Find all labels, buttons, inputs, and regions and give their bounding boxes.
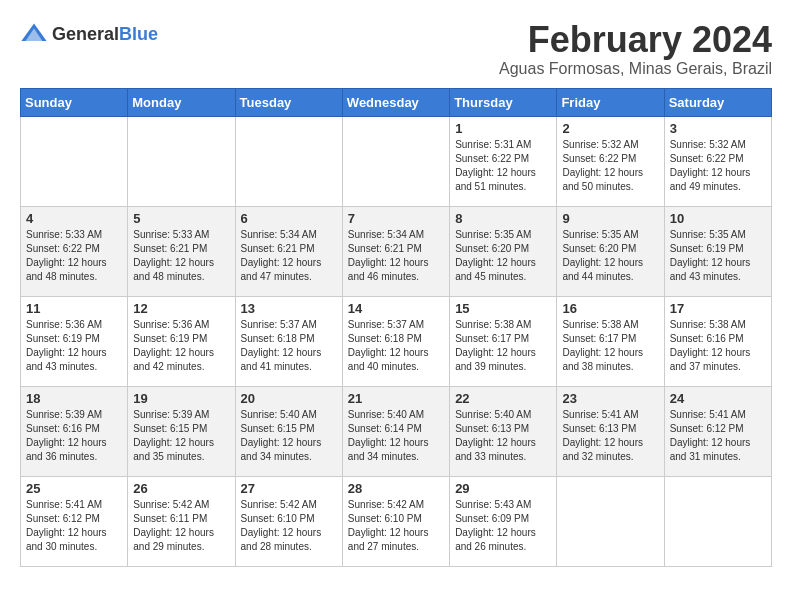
day-number: 19 — [133, 391, 229, 406]
day-info: Sunrise: 5:32 AM Sunset: 6:22 PM Dayligh… — [562, 138, 658, 194]
day-cell: 3Sunrise: 5:32 AM Sunset: 6:22 PM Daylig… — [664, 116, 771, 206]
day-cell: 5Sunrise: 5:33 AM Sunset: 6:21 PM Daylig… — [128, 206, 235, 296]
day-cell: 10Sunrise: 5:35 AM Sunset: 6:19 PM Dayli… — [664, 206, 771, 296]
logo: GeneralBlue — [20, 20, 158, 48]
day-info: Sunrise: 5:41 AM Sunset: 6:13 PM Dayligh… — [562, 408, 658, 464]
day-info: Sunrise: 5:42 AM Sunset: 6:10 PM Dayligh… — [241, 498, 337, 554]
day-number: 1 — [455, 121, 551, 136]
day-cell: 12Sunrise: 5:36 AM Sunset: 6:19 PM Dayli… — [128, 296, 235, 386]
day-info: Sunrise: 5:38 AM Sunset: 6:17 PM Dayligh… — [455, 318, 551, 374]
day-number: 20 — [241, 391, 337, 406]
day-number: 18 — [26, 391, 122, 406]
header-sunday: Sunday — [21, 88, 128, 116]
day-number: 23 — [562, 391, 658, 406]
day-number: 9 — [562, 211, 658, 226]
day-cell: 22Sunrise: 5:40 AM Sunset: 6:13 PM Dayli… — [450, 386, 557, 476]
day-cell: 20Sunrise: 5:40 AM Sunset: 6:15 PM Dayli… — [235, 386, 342, 476]
day-number: 4 — [26, 211, 122, 226]
page-header: GeneralBlue February 2024 Aguas Formosas… — [20, 20, 772, 78]
day-number: 7 — [348, 211, 444, 226]
day-number: 12 — [133, 301, 229, 316]
day-cell: 18Sunrise: 5:39 AM Sunset: 6:16 PM Dayli… — [21, 386, 128, 476]
day-number: 25 — [26, 481, 122, 496]
day-number: 16 — [562, 301, 658, 316]
day-cell: 6Sunrise: 5:34 AM Sunset: 6:21 PM Daylig… — [235, 206, 342, 296]
day-info: Sunrise: 5:35 AM Sunset: 6:19 PM Dayligh… — [670, 228, 766, 284]
week-row-1: 1Sunrise: 5:31 AM Sunset: 6:22 PM Daylig… — [21, 116, 772, 206]
day-info: Sunrise: 5:35 AM Sunset: 6:20 PM Dayligh… — [455, 228, 551, 284]
day-cell: 13Sunrise: 5:37 AM Sunset: 6:18 PM Dayli… — [235, 296, 342, 386]
calendar-title: February 2024 — [499, 20, 772, 60]
logo-icon — [20, 20, 48, 48]
day-cell: 1Sunrise: 5:31 AM Sunset: 6:22 PM Daylig… — [450, 116, 557, 206]
day-cell: 8Sunrise: 5:35 AM Sunset: 6:20 PM Daylig… — [450, 206, 557, 296]
day-number: 28 — [348, 481, 444, 496]
day-number: 10 — [670, 211, 766, 226]
calendar-header-row: SundayMondayTuesdayWednesdayThursdayFrid… — [21, 88, 772, 116]
day-info: Sunrise: 5:42 AM Sunset: 6:10 PM Dayligh… — [348, 498, 444, 554]
title-block: February 2024 Aguas Formosas, Minas Gera… — [499, 20, 772, 78]
day-cell: 29Sunrise: 5:43 AM Sunset: 6:09 PM Dayli… — [450, 476, 557, 566]
day-number: 26 — [133, 481, 229, 496]
day-cell: 2Sunrise: 5:32 AM Sunset: 6:22 PM Daylig… — [557, 116, 664, 206]
day-info: Sunrise: 5:39 AM Sunset: 6:16 PM Dayligh… — [26, 408, 122, 464]
week-row-2: 4Sunrise: 5:33 AM Sunset: 6:22 PM Daylig… — [21, 206, 772, 296]
day-number: 17 — [670, 301, 766, 316]
day-cell: 24Sunrise: 5:41 AM Sunset: 6:12 PM Dayli… — [664, 386, 771, 476]
day-cell: 15Sunrise: 5:38 AM Sunset: 6:17 PM Dayli… — [450, 296, 557, 386]
week-row-5: 25Sunrise: 5:41 AM Sunset: 6:12 PM Dayli… — [21, 476, 772, 566]
day-cell: 19Sunrise: 5:39 AM Sunset: 6:15 PM Dayli… — [128, 386, 235, 476]
day-info: Sunrise: 5:40 AM Sunset: 6:15 PM Dayligh… — [241, 408, 337, 464]
header-saturday: Saturday — [664, 88, 771, 116]
day-info: Sunrise: 5:41 AM Sunset: 6:12 PM Dayligh… — [670, 408, 766, 464]
day-info: Sunrise: 5:34 AM Sunset: 6:21 PM Dayligh… — [348, 228, 444, 284]
day-number: 13 — [241, 301, 337, 316]
day-info: Sunrise: 5:39 AM Sunset: 6:15 PM Dayligh… — [133, 408, 229, 464]
day-info: Sunrise: 5:37 AM Sunset: 6:18 PM Dayligh… — [348, 318, 444, 374]
day-cell: 25Sunrise: 5:41 AM Sunset: 6:12 PM Dayli… — [21, 476, 128, 566]
day-cell — [128, 116, 235, 206]
day-cell: 14Sunrise: 5:37 AM Sunset: 6:18 PM Dayli… — [342, 296, 449, 386]
header-friday: Friday — [557, 88, 664, 116]
calendar-subtitle: Aguas Formosas, Minas Gerais, Brazil — [499, 60, 772, 78]
day-number: 27 — [241, 481, 337, 496]
day-info: Sunrise: 5:38 AM Sunset: 6:16 PM Dayligh… — [670, 318, 766, 374]
header-wednesday: Wednesday — [342, 88, 449, 116]
day-info: Sunrise: 5:33 AM Sunset: 6:22 PM Dayligh… — [26, 228, 122, 284]
day-info: Sunrise: 5:41 AM Sunset: 6:12 PM Dayligh… — [26, 498, 122, 554]
day-cell: 27Sunrise: 5:42 AM Sunset: 6:10 PM Dayli… — [235, 476, 342, 566]
day-info: Sunrise: 5:40 AM Sunset: 6:13 PM Dayligh… — [455, 408, 551, 464]
header-tuesday: Tuesday — [235, 88, 342, 116]
calendar-table: SundayMondayTuesdayWednesdayThursdayFrid… — [20, 88, 772, 567]
day-number: 3 — [670, 121, 766, 136]
logo-general: General — [52, 24, 119, 44]
day-cell: 28Sunrise: 5:42 AM Sunset: 6:10 PM Dayli… — [342, 476, 449, 566]
day-info: Sunrise: 5:37 AM Sunset: 6:18 PM Dayligh… — [241, 318, 337, 374]
week-row-4: 18Sunrise: 5:39 AM Sunset: 6:16 PM Dayli… — [21, 386, 772, 476]
day-number: 21 — [348, 391, 444, 406]
day-number: 24 — [670, 391, 766, 406]
day-number: 5 — [133, 211, 229, 226]
day-number: 11 — [26, 301, 122, 316]
day-info: Sunrise: 5:33 AM Sunset: 6:21 PM Dayligh… — [133, 228, 229, 284]
day-number: 15 — [455, 301, 551, 316]
day-info: Sunrise: 5:35 AM Sunset: 6:20 PM Dayligh… — [562, 228, 658, 284]
day-info: Sunrise: 5:36 AM Sunset: 6:19 PM Dayligh… — [26, 318, 122, 374]
day-cell: 21Sunrise: 5:40 AM Sunset: 6:14 PM Dayli… — [342, 386, 449, 476]
day-cell: 23Sunrise: 5:41 AM Sunset: 6:13 PM Dayli… — [557, 386, 664, 476]
header-monday: Monday — [128, 88, 235, 116]
day-cell — [557, 476, 664, 566]
day-number: 14 — [348, 301, 444, 316]
day-cell: 26Sunrise: 5:42 AM Sunset: 6:11 PM Dayli… — [128, 476, 235, 566]
day-cell: 9Sunrise: 5:35 AM Sunset: 6:20 PM Daylig… — [557, 206, 664, 296]
day-info: Sunrise: 5:32 AM Sunset: 6:22 PM Dayligh… — [670, 138, 766, 194]
day-cell — [342, 116, 449, 206]
day-cell: 7Sunrise: 5:34 AM Sunset: 6:21 PM Daylig… — [342, 206, 449, 296]
day-number: 2 — [562, 121, 658, 136]
day-info: Sunrise: 5:31 AM Sunset: 6:22 PM Dayligh… — [455, 138, 551, 194]
day-info: Sunrise: 5:42 AM Sunset: 6:11 PM Dayligh… — [133, 498, 229, 554]
day-cell — [235, 116, 342, 206]
day-info: Sunrise: 5:40 AM Sunset: 6:14 PM Dayligh… — [348, 408, 444, 464]
day-cell: 11Sunrise: 5:36 AM Sunset: 6:19 PM Dayli… — [21, 296, 128, 386]
day-number: 8 — [455, 211, 551, 226]
